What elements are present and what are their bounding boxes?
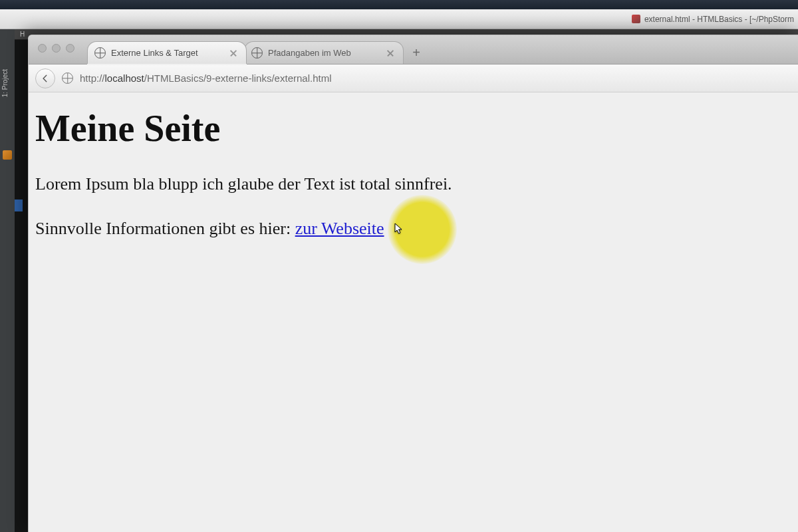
url-host: localhost <box>105 72 144 84</box>
page-paragraph-2: Sinnvolle Informationen gibt es hier: zu… <box>35 217 791 240</box>
background-ide-breadcrumb-text: H <box>20 31 25 38</box>
window-close-dot[interactable] <box>38 44 47 53</box>
window-minimize-dot[interactable] <box>52 44 61 53</box>
globe-icon <box>251 47 263 59</box>
browser-window: Externe Links & Target Pfadangaben im We… <box>28 35 798 532</box>
page-heading: Meine Seite <box>35 107 791 150</box>
window-zoom-dot[interactable] <box>66 44 74 53</box>
tab-strip: Externe Links & Target Pfadangaben im We… <box>87 35 426 64</box>
phpstorm-icon <box>632 15 640 23</box>
browser-tab-inactive[interactable]: Pfadangaben im Web <box>244 41 404 64</box>
close-icon[interactable] <box>229 49 238 58</box>
url-path: /HTMLBasics/9-externe-links/external.htm… <box>144 72 332 84</box>
globe-icon <box>94 47 106 59</box>
background-ide-project-label: 1: Project <box>1 69 9 97</box>
external-link[interactable]: zur Webseite <box>295 219 384 238</box>
browser-toolbar: http://localhost/HTMLBasics/9-externe-li… <box>29 65 798 92</box>
background-desktop-strip <box>0 0 798 9</box>
tab-title: Pfadangaben im Web <box>268 48 380 58</box>
background-ide-tool-rail: 1: Project <box>0 29 15 532</box>
page-paragraph-1: Lorem Ipsum bla blupp ich glaube der Tex… <box>35 172 791 196</box>
tab-title: Externe Links & Target <box>111 48 223 58</box>
address-bar[interactable]: http://localhost/HTMLBasics/9-externe-li… <box>80 69 791 88</box>
background-ide-title: external.html - HTMLBasics - [~/PhpStorm <box>644 15 794 24</box>
close-icon[interactable] <box>386 49 395 58</box>
background-ide-tool-icon <box>3 150 12 160</box>
background-ide-titlebar: external.html - HTMLBasics - [~/PhpStorm <box>0 9 798 29</box>
chevron-left-icon <box>41 74 50 83</box>
back-button[interactable] <box>35 68 55 88</box>
background-ide-selection <box>15 200 23 211</box>
page-viewport: Meine Seite Lorem Ipsum bla blupp ich gl… <box>29 92 798 532</box>
url-scheme: http:// <box>80 72 105 84</box>
globe-icon <box>62 72 73 84</box>
browser-tabbar: Externe Links & Target Pfadangaben im We… <box>29 35 798 65</box>
window-controls[interactable] <box>38 44 74 53</box>
browser-tab-active[interactable]: Externe Links & Target <box>87 41 247 64</box>
new-tab-button[interactable]: + <box>406 43 426 63</box>
paragraph2-prefix: Sinnvolle Informationen gibt es hier: <box>35 219 295 238</box>
